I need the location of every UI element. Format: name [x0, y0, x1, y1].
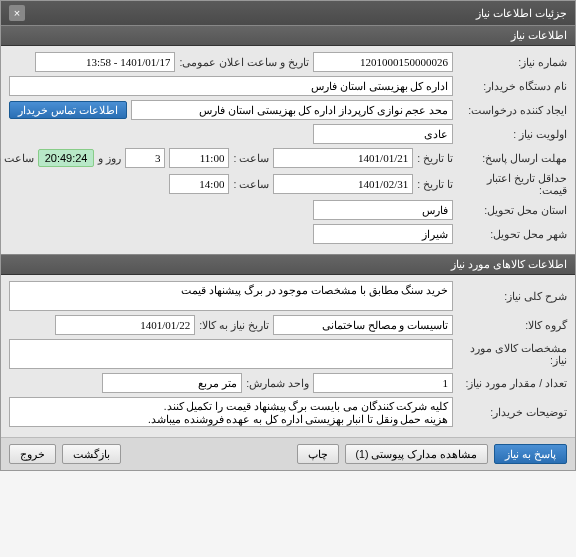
deadline-date-field[interactable]: [273, 148, 413, 168]
requester-field[interactable]: [131, 100, 453, 120]
city-field[interactable]: [313, 224, 453, 244]
qty-field[interactable]: [313, 373, 453, 393]
desc-field[interactable]: خرید سنگ مطابق با مشخصات موجود در برگ پی…: [9, 281, 453, 311]
spec-field[interactable]: [9, 339, 453, 369]
days-field[interactable]: [125, 148, 165, 168]
announce-field[interactable]: [35, 52, 175, 72]
print-button[interactable]: چاپ: [297, 444, 339, 464]
group-field[interactable]: [273, 315, 453, 335]
spec-label: مشخصات کالای مورد نیاز:: [457, 342, 567, 366]
need-date-label: تاریخ نیاز به کالا:: [199, 319, 269, 331]
priority-label: اولویت نیاز :: [457, 128, 567, 140]
province-label: استان محل تحویل:: [457, 204, 567, 216]
announce-label: تاریخ و ساعت اعلان عمومی:: [179, 56, 309, 68]
to-date-label: تا تاریخ :: [417, 152, 453, 164]
qty-label: تعداد / مقدار مورد نیاز:: [457, 377, 567, 389]
validity-label: حداقل تاریخ اعتبار قیمت:: [457, 172, 567, 196]
section-header-goods-info: اطلاعات کالاهای مورد نیاز: [1, 254, 575, 275]
days-label: روز و: [98, 152, 121, 164]
province-field[interactable]: [313, 200, 453, 220]
footer: پاسخ به نیاز مشاهده مدارک پیوستی (1) چاپ…: [1, 437, 575, 470]
need-number-field[interactable]: [313, 52, 453, 72]
city-label: شهر محل تحویل:: [457, 228, 567, 240]
requester-label: ایجاد کننده درخواست:: [457, 104, 567, 116]
deadline-time-field[interactable]: [169, 148, 229, 168]
validity-time-field[interactable]: [169, 174, 229, 194]
section-header-need-info: اطلاعات نیاز: [1, 25, 575, 46]
attachments-button[interactable]: مشاهده مدارک پیوستی (1): [345, 444, 489, 464]
priority-field[interactable]: [313, 124, 453, 144]
group-label: گروه کالا:: [457, 319, 567, 331]
buyer-field[interactable]: [9, 76, 453, 96]
dialog: جزئیات اطلاعات نیاز × اطلاعات نیاز شماره…: [0, 0, 576, 471]
buyer-notes-field[interactable]: کلیه شرکت کنندگان می بایست برگ پیشنهاد ق…: [9, 397, 453, 427]
deadline-label: مهلت ارسال پاسخ:: [457, 152, 567, 164]
back-button[interactable]: بازگشت: [62, 444, 121, 464]
unit-label: واحد شمارش:: [246, 377, 309, 389]
remaining-label: ساعت باقی مانده: [0, 152, 34, 164]
exit-button[interactable]: خروج: [9, 444, 56, 464]
goods-info-body: شرح کلی نیاز: خرید سنگ مطابق با مشخصات م…: [1, 275, 575, 437]
time-label-2: ساعت :: [233, 178, 269, 190]
respond-button[interactable]: پاسخ به نیاز: [494, 444, 567, 464]
dialog-title: جزئیات اطلاعات نیاز: [476, 7, 567, 20]
need-number-label: شماره نیاز:: [457, 56, 567, 68]
close-icon[interactable]: ×: [9, 5, 25, 21]
titlebar: جزئیات اطلاعات نیاز ×: [1, 1, 575, 25]
countdown-badge: 20:49:24: [38, 149, 95, 167]
to-date-label-2: تا تاریخ :: [417, 178, 453, 190]
need-date-field[interactable]: [55, 315, 195, 335]
unit-field[interactable]: [102, 373, 242, 393]
desc-label: شرح کلی نیاز:: [457, 290, 567, 302]
buyer-label: نام دستگاه خریدار:: [457, 80, 567, 92]
contact-buyer-button[interactable]: اطلاعات تماس خریدار: [9, 101, 127, 119]
need-info-body: شماره نیاز: تاریخ و ساعت اعلان عمومی: نا…: [1, 46, 575, 254]
time-label-1: ساعت :: [233, 152, 269, 164]
buyer-notes-label: توضیحات خریدار:: [457, 406, 567, 418]
validity-date-field[interactable]: [273, 174, 413, 194]
